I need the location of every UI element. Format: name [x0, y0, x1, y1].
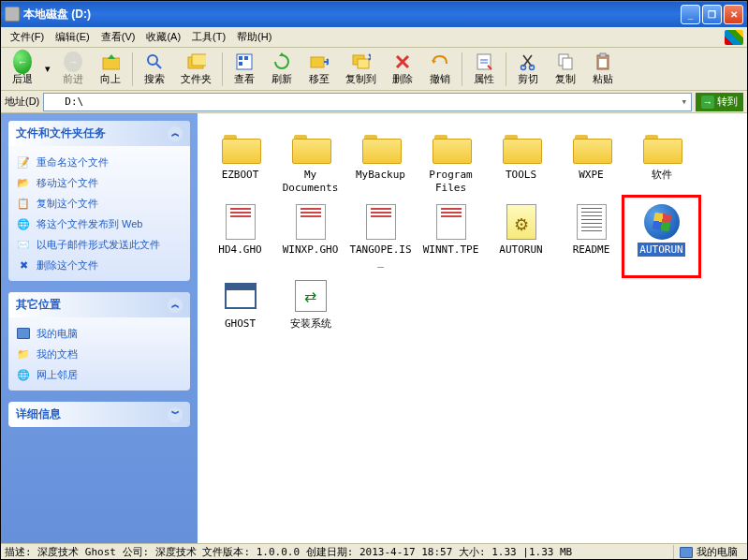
- copy-label: 复制: [555, 72, 576, 86]
- up-button[interactable]: 向上: [93, 50, 128, 89]
- view-label: 查看: [234, 72, 255, 86]
- menu-bar: 文件(F) 编辑(E) 查看(V) 收藏(A) 工具(T) 帮助(H): [1, 27, 747, 48]
- setup-icon: ⇄: [295, 280, 327, 312]
- file-item[interactable]: GHOST: [205, 273, 275, 335]
- menu-tools[interactable]: 工具(T): [186, 28, 231, 46]
- copy-to-icon: [352, 52, 371, 71]
- status-location-label: 我的电脑: [697, 545, 738, 559]
- undo-button[interactable]: 撤销: [422, 50, 458, 89]
- tasks-header-label: 文件和文件夹任务: [16, 125, 106, 141]
- menu-edit[interactable]: 编辑(E): [50, 28, 95, 46]
- copy-to-button[interactable]: 复制到: [339, 50, 383, 89]
- undo-label: 撤销: [430, 72, 450, 86]
- folder-icon: [222, 132, 259, 162]
- title-bar: 本地磁盘 (D:) _ ❐ ✕: [1, 1, 747, 27]
- svg-rect-7: [244, 56, 248, 60]
- file-item[interactable]: 软件: [626, 125, 697, 199]
- text-file-icon: [577, 204, 607, 240]
- place-item[interactable]: 我的电脑: [16, 323, 183, 344]
- file-item[interactable]: EZBOOT: [205, 125, 275, 199]
- cut-button[interactable]: 剪切: [510, 50, 546, 89]
- chevron-up-icon: ︽: [168, 126, 183, 141]
- file-item[interactable]: README: [556, 199, 626, 274]
- svg-line-2: [156, 64, 161, 68]
- go-button[interactable]: → 转到: [696, 93, 743, 111]
- drive-icon: [5, 7, 20, 22]
- svg-rect-0: [103, 58, 120, 69]
- maximize-button[interactable]: ❐: [702, 5, 722, 24]
- refresh-button[interactable]: 刷新: [264, 50, 300, 89]
- address-input[interactable]: D:\ ▾: [43, 93, 692, 111]
- delete-icon: [393, 52, 412, 71]
- file-label: WXPE: [577, 168, 606, 183]
- task-item[interactable]: 📂移动这个文件: [16, 172, 183, 193]
- tasks-panel-header[interactable]: 文件和文件夹任务 ︽: [8, 121, 190, 146]
- folder-icon: [292, 132, 330, 162]
- task-label: 复制这个文件: [37, 197, 98, 211]
- task-item[interactable]: ✖删除这个文件: [16, 255, 183, 275]
- file-item[interactable]: WINXP.GHO: [275, 199, 345, 274]
- details-panel-header[interactable]: 详细信息 ︾: [8, 402, 190, 427]
- file-item[interactable]: MyBackup: [345, 125, 416, 199]
- back-button[interactable]: ← 后退: [5, 50, 40, 89]
- file-item[interactable]: WINNT.TPE: [416, 199, 486, 274]
- place-item[interactable]: 🌐网上邻居: [16, 364, 183, 385]
- menu-file[interactable]: 文件(F): [5, 28, 50, 46]
- properties-button[interactable]: 属性: [466, 50, 502, 89]
- menu-favorites[interactable]: 收藏(A): [140, 28, 186, 46]
- file-item[interactable]: My Documents: [275, 125, 345, 199]
- task-item[interactable]: 📝重命名这个文件: [16, 152, 183, 172]
- refresh-icon: [272, 52, 291, 71]
- file-item[interactable]: WXPE: [556, 125, 626, 199]
- status-description: 描述: 深度技术 Ghost 公司: 深度技术 文件版本: 1.0.0.0 创建…: [5, 545, 673, 559]
- file-label: TOOLS: [504, 168, 538, 183]
- menu-view[interactable]: 查看(V): [95, 28, 141, 46]
- svg-point-1: [148, 55, 157, 65]
- paste-button[interactable]: 粘贴: [585, 50, 621, 89]
- file-item[interactable]: TANGOPE.IS_: [345, 199, 416, 274]
- file-label: README: [571, 243, 612, 258]
- document-icon: [296, 204, 326, 240]
- place-label: 网上邻居: [37, 368, 78, 382]
- file-item[interactable]: AUTORUN: [486, 199, 556, 274]
- minimize-button[interactable]: _: [681, 5, 700, 24]
- task-item[interactable]: 📋复制这个文件: [16, 193, 183, 214]
- file-view[interactable]: EZBOOTMy DocumentsMyBackupProgram FilesT…: [198, 113, 747, 543]
- file-item[interactable]: ⇄安装系统: [275, 273, 345, 335]
- details-header-label: 详细信息: [16, 406, 61, 422]
- place-label: 我的电脑: [37, 327, 78, 341]
- menu-help[interactable]: 帮助(H): [231, 28, 277, 46]
- folder-icon: [433, 132, 470, 162]
- task-icon: 📋: [16, 196, 31, 211]
- file-item[interactable]: AUTORUN: [626, 199, 697, 274]
- place-label: 我的文档: [37, 347, 78, 361]
- file-item[interactable]: Program Files: [416, 125, 486, 199]
- file-label: HD4.GHO: [216, 243, 263, 258]
- chevron-down-icon: ︾: [168, 407, 183, 422]
- task-item[interactable]: 🌐将这个文件发布到 Web: [16, 214, 183, 234]
- move-to-button[interactable]: 移至: [301, 50, 337, 89]
- copy-button[interactable]: 复制: [548, 50, 583, 89]
- search-icon: [145, 52, 164, 71]
- place-item[interactable]: 📁我的文档: [16, 344, 183, 364]
- delete-button[interactable]: 删除: [385, 50, 420, 89]
- file-label: GHOST: [223, 317, 257, 332]
- task-item[interactable]: ✉️以电子邮件形式发送此文件: [16, 234, 183, 255]
- file-item[interactable]: TOOLS: [486, 125, 556, 199]
- file-item[interactable]: HD4.GHO: [205, 199, 275, 274]
- close-button[interactable]: ✕: [724, 5, 743, 24]
- back-dropdown[interactable]: ▾: [42, 50, 53, 89]
- search-button[interactable]: 搜索: [137, 50, 172, 89]
- places-header-label: 其它位置: [16, 297, 61, 313]
- places-panel-header[interactable]: 其它位置 ︽: [8, 292, 190, 317]
- properties-label: 属性: [474, 72, 494, 86]
- file-label: AUTORUN: [638, 243, 684, 258]
- task-icon: ✖: [16, 258, 31, 273]
- address-dropdown-icon[interactable]: ▾: [681, 96, 687, 108]
- folders-button[interactable]: 文件夹: [174, 50, 218, 89]
- task-label: 以电子邮件形式发送此文件: [37, 238, 160, 252]
- svg-point-14: [530, 65, 535, 69]
- view-button[interactable]: 查看: [227, 50, 262, 89]
- forward-label: 前进: [63, 72, 83, 86]
- svg-rect-18: [600, 53, 606, 57]
